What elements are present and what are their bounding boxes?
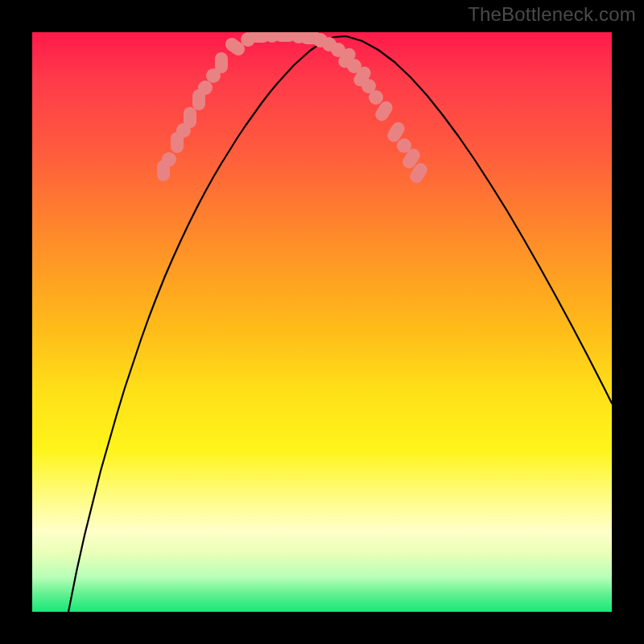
chart-svg bbox=[32, 32, 612, 612]
marker-point bbox=[369, 90, 383, 105]
chart-frame: TheBottleneck.com bbox=[0, 0, 644, 644]
marker-point bbox=[184, 107, 196, 128]
watermark-text: TheBottleneck.com bbox=[468, 3, 636, 26]
data-markers bbox=[157, 32, 430, 185]
marker-point bbox=[162, 152, 176, 167]
bottleneck-curve bbox=[68, 36, 612, 612]
plot-area bbox=[32, 32, 612, 612]
marker-point bbox=[198, 80, 213, 95]
marker-point bbox=[215, 52, 228, 73]
